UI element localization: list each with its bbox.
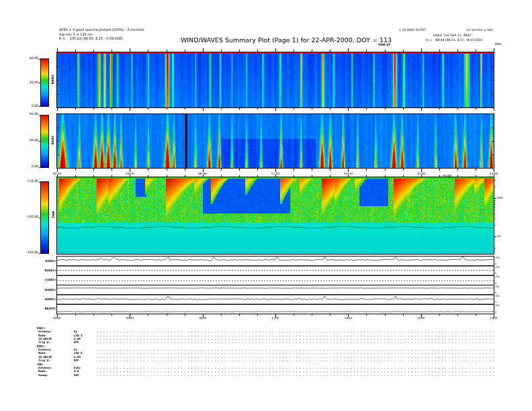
strip-panel-label: D(ADC) [35, 269, 56, 272]
status-dot-leader: . . . . . . . . . . . . . . . . . . . . … [96, 373, 494, 377]
strip-panel-label: B(ADC) [35, 288, 56, 291]
bottom-time-tick-label: 1200 [268, 316, 283, 320]
status-dot-leader: . . . . . . . . . . . . . . . . . . . . … [96, 340, 494, 344]
colorbar-tick-label: 0.00 [20, 165, 38, 168]
mhz-unit-label: MHz [495, 42, 502, 46]
time-tick-label: 08:00 [194, 172, 212, 175]
status-label: Trig'd: [38, 359, 50, 362]
strip-scale-min-label: 0 [495, 291, 496, 294]
colorbar-tick-label: 40.00 [20, 56, 38, 60]
status-label: Mode: [38, 369, 47, 373]
strip-scale-min-label: 0 [495, 311, 496, 314]
strip-scale-min-label: 0 [495, 301, 496, 304]
strip-scale-max-label: 255 [495, 275, 500, 278]
status-dot-leader: . . . . . . . . . . . . . . . . . . . . … [96, 337, 494, 340]
colorbar-tick-label: -130.00 [20, 215, 38, 218]
strip-scale-min-label: 0 [495, 282, 496, 285]
time-tick-label: 16:00 [339, 172, 357, 175]
header-position-start: R = 100.24 (99.50, 8.15, -0.09 GSE) [59, 37, 123, 41]
colorbar-tick-label: 0.00 [20, 104, 38, 107]
status-dot-leader: . . . . . . . . . . . . . . . . . . . . … [96, 359, 494, 362]
header-position-end: R = 88.44 (88.55, 8.57, -8.15 GSE) [426, 38, 482, 42]
tnr-freq-tick-label: 100 [497, 196, 503, 199]
status-label: TNR: [37, 363, 44, 366]
strip-scale-min-label: 0 [495, 263, 496, 265]
status-label: 16-ADCAP [38, 337, 52, 340]
strip-scale-max-label: 255 [495, 304, 500, 307]
header-note-line1: 4030 + 3 good spectra plotted (100%) - A… [59, 28, 144, 32]
strip-scale-max-label: 255 [495, 257, 500, 259]
bottom-time-tick-label: 0400 [122, 316, 137, 320]
status-label: Trig'd: [38, 340, 50, 344]
status-label: Sweep: [38, 373, 48, 377]
colorbar-tick-label: -150.00 [20, 250, 38, 254]
status-value: A-D [74, 369, 79, 373]
strip-panel-label: C(ADC) [35, 278, 56, 281]
page-title: WIND/WAVES Summary Plot (Page 1) for 22-… [181, 37, 392, 44]
time-tick-label: 00:00 [48, 172, 66, 175]
status-dot-leader: . . . . . . . . . . . . . . . . . . . . … [96, 369, 494, 373]
time-tick-label: 24:00 [485, 172, 502, 175]
status-value: LIN 3 [74, 334, 83, 337]
time-ut-label: TIME UT [378, 44, 390, 47]
tnr-axis-label: TNR [52, 205, 55, 225]
header-version: 1.10 WND SUTDC [399, 28, 427, 32]
strip-scale-min-label: 0 [495, 272, 496, 275]
bottom-time-tick-label: 2000 [414, 316, 429, 320]
status-dot-leader: . . . . . . . . . . . . . . . . . . . . … [96, 355, 494, 359]
status-label: Mode: [38, 351, 47, 355]
colorbar-tick-label: -110.00 [20, 179, 38, 183]
status-dot-leader: . . . . . . . . . . . . . . . . . . . . … [96, 334, 494, 337]
status-value: OFF [74, 359, 79, 362]
bottom-time-tick-label: 1600 [341, 316, 355, 320]
status-value: Ey [74, 330, 77, 333]
status-value: 3.0P [74, 337, 81, 340]
strip-panel-label: E(ADC) [35, 259, 56, 263]
status-dot-leader: . . . . . . . . . . . . . . . . . . . . … [96, 348, 494, 351]
hhmm-label: HH:MM [443, 175, 452, 177]
status-label: Mode: [38, 334, 47, 337]
time-tick-label: 04:00 [121, 172, 138, 175]
waves-summary-page: 4030 + 3 good spectra plotted (100%) - A… [0, 0, 532, 411]
strip-panel-label: A(ADC) [35, 298, 56, 301]
bottom-time-tick-label: 0800 [195, 316, 210, 320]
tnr-freq-tick-label: 10 [497, 234, 501, 238]
strip-scale-max-label: 255 [495, 295, 500, 298]
status-value: Ex [74, 348, 77, 351]
colorbar-tick-label: 20.00 [20, 81, 38, 84]
status-value: AGC [74, 373, 79, 377]
time-tick-label: 20:00 [412, 172, 430, 175]
status-value: 1.0A [74, 355, 81, 359]
colorbar-tick-label: 60.00 [20, 112, 38, 116]
rad1-axis-label: RAD1 [51, 130, 54, 150]
status-value: LOG A [74, 351, 83, 355]
status-dot-leader: . . . . . . . . . . . . . . . . . . . . … [96, 351, 494, 355]
status-label: Antenna: [38, 366, 52, 369]
strip-panel-label: PB(FIT) [35, 307, 56, 310]
status-label: Antenna: [38, 348, 52, 351]
status-dot-leader: . . . . . . . . . . . . . . . . . . . . … [96, 330, 494, 333]
status-label: RAD1: [37, 345, 46, 348]
header-process-date: DAILY: TUE SEP 11, 2002 [433, 34, 471, 37]
plot-labels-layer: 4030 + 3 good spectra plotted (100%) - A… [0, 0, 532, 411]
status-label: RAD2: [37, 326, 46, 330]
header-lz-version: LZ version = 501 [451, 28, 493, 32]
colorbar-tick-label: 30.00 [20, 138, 38, 142]
status-label: Antenna: [38, 330, 52, 333]
status-dot-leader: . . . . . . . . . . . . . . . . . . . . … [96, 366, 494, 369]
status-label: 16-ADCAP [38, 355, 52, 359]
strip-scale-max-label: 255 [495, 266, 500, 269]
bottom-time-tick-label: 2400 [486, 316, 501, 320]
status-value: ExEy [74, 366, 81, 369]
bottom-time-tick-label: 0000 [50, 316, 64, 320]
time-tick-label: 12:00 [267, 172, 284, 175]
status-value: OFF [74, 340, 79, 344]
strip-scale-max-label: 255 [495, 285, 500, 288]
rad2-axis-label: RAD2 [51, 70, 54, 90]
status-line: Sweep:AGC. . . . . . . . . . . . . . . .… [37, 373, 495, 377]
